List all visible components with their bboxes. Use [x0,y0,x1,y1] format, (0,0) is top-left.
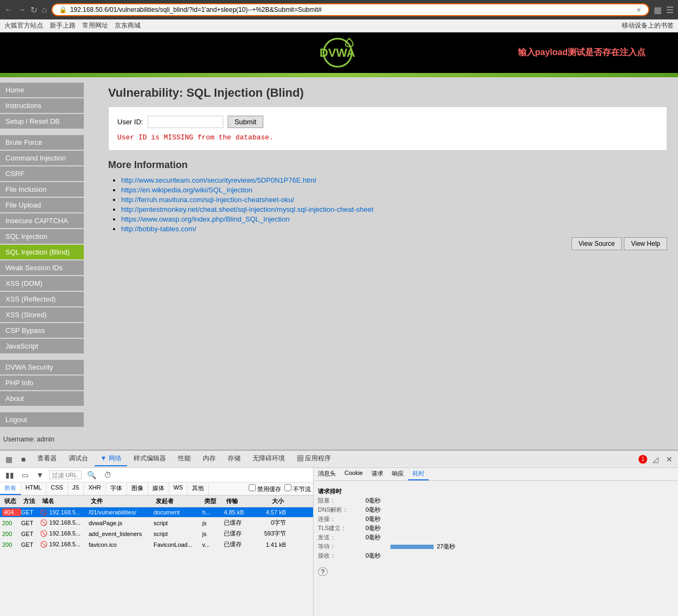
bookmark-jd[interactable]: 京东商城 [115,21,141,30]
net-tab-other[interactable]: 其他 [188,483,209,495]
table-row[interactable]: 200 GET 🚫 192.168.5... dvwaPage.js scrip… [0,518,313,528]
net-tab-font[interactable]: 字体 [106,483,127,495]
sidebar-item-javascript[interactable]: JavaScript [0,339,84,353]
page-title: Vulnerability: SQL Injection (Blind) [108,86,667,100]
devtools-console-icon[interactable]: ■ [19,454,28,465]
sidebar-item-file-upload[interactable]: File Upload [0,198,84,212]
info-link-2[interactable]: https://en.wikipedia.org/wiki/SQL_inject… [121,186,252,194]
devtools-tab-style[interactable]: 样式编辑器 [128,452,171,466]
net-tab-all[interactable]: 所有 [0,483,21,495]
clock-icon[interactable]: ⏱ [102,470,114,480]
devtools-close-icon[interactable]: ✕ [664,454,675,465]
devtools-tab-network[interactable]: ▼ 网络 [95,452,127,466]
sidebar-item-brute-force[interactable]: Brute Force [0,135,84,150]
sidebar-item-xss-dom[interactable]: XSS (DOM) [0,276,84,291]
sidebar-item-sql-injection[interactable]: SQL Injection [0,229,84,244]
info-link-1[interactable]: http://www.securiteam.com/securityreview… [121,176,316,184]
table-row[interactable]: 200 GET 🚫 192.168.5... add_event_listene… [0,528,313,539]
sidebar-item-instructions[interactable]: Instructions [0,98,84,113]
sidebar-item-home[interactable]: Home [0,83,84,97]
address-bar[interactable]: 🔒 192.168.50.6/01/vulnerabilities/sqli_b… [51,3,649,16]
sidebar-item-xss-stored[interactable]: XSS (Stored) [0,307,84,322]
sidebar-item-weak-session-ids[interactable]: Weak Session IDs [0,260,84,275]
timing-wait-label: 等待： [318,543,361,551]
net-tab-js[interactable]: JS [68,483,84,495]
bookmark-firefox[interactable]: 火狐官方站点 [4,21,43,30]
devtools-dock-icon[interactable]: ◿ [650,454,661,465]
status-badge: 404 [2,508,21,516]
devtools-tab-console[interactable]: 调试台 [63,452,94,466]
info-link-5[interactable]: https://www.owasp.org/index.php/Blind_SQ… [121,215,289,223]
view-source-button[interactable]: View Source [571,237,622,250]
table-row[interactable]: 404 GET 🚫 192.168.5... /01/vulnerabiliti… [0,507,313,518]
bookmark-newbie[interactable]: 新手上路 [50,21,76,30]
filter-icon[interactable]: ▼ [34,470,46,480]
clear-icon[interactable]: ▭ [19,470,31,480]
status-badge: 200 [2,520,21,526]
bookmark-icon[interactable]: ★ [636,6,642,14]
sidebar-item-logout[interactable]: Logout [0,412,84,427]
row-file: /01/vulnerabilities/ [89,509,154,515]
search-icon[interactable]: 🔍 [85,470,98,480]
detail-tab-timing[interactable]: 耗时 [408,468,429,480]
detail-tab-response[interactable]: 响应 [388,468,408,480]
disable-cache-checkbox[interactable] [249,484,256,491]
sidebar-item-php-info[interactable]: PHP Info [0,376,84,390]
net-tab-html[interactable]: HTML [21,483,46,495]
devtools-tab-accessibility[interactable]: 无障碍环境 [247,452,290,466]
net-tab-xhr[interactable]: XHR [84,483,105,495]
row-file: dvwaPage.js [89,520,154,526]
timing-tls-label: TLS建立： [318,524,361,532]
timing-blocked-label: 阻塞： [318,497,361,505]
info-link-3[interactable]: http://ferruh.mavituna.com/sql-injection… [121,196,294,204]
url-filter-input[interactable] [49,471,82,479]
sidebar-item-csp-bypass[interactable]: CSP Bypass [0,323,84,338]
net-tab-ws[interactable]: WS [169,483,188,495]
sidebar-item-command-injection[interactable]: Command Injection [0,151,84,165]
view-help-button[interactable]: View Help [624,237,667,250]
sidebar-item-sql-injection-blind[interactable]: SQL Injection (Blind) [0,245,84,259]
sidebar-item-xss-reflected[interactable]: XSS (Reflected) [0,292,84,306]
menu-icon[interactable]: ☰ [666,5,674,15]
net-tab-css[interactable]: CSS [46,483,68,495]
net-tab-image[interactable]: 图像 [127,483,148,495]
sidebar-item-csrf[interactable]: CSRF [0,166,84,181]
info-link-6[interactable]: http://bobby-tables.com/ [121,225,196,233]
user-id-label: User ID: [117,118,143,126]
no-throttle-checkbox[interactable] [284,484,291,491]
bookmark-common[interactable]: 常用网址 [82,21,108,30]
user-id-input[interactable] [148,116,223,128]
info-link-4[interactable]: http://pentestmonkey.net/cheat.sheet/sql… [121,205,374,213]
status-badge: 200 [2,541,21,548]
detail-tab-headers[interactable]: 消息头 [314,468,340,480]
detail-tab-cookies[interactable]: Cookie [340,468,367,480]
sidebar-item-insecure-captcha[interactable]: Insecure CAPTCHA [0,213,84,228]
refresh-button[interactable]: ↻ [30,5,37,15]
home-button[interactable]: ⌂ [42,5,47,15]
extensions-icon[interactable]: ▦ [654,5,662,15]
mobile-bookmark[interactable]: 移动设备上的书签 [622,21,674,30]
sidebar-item-about[interactable]: About [0,391,84,406]
devtools-tab-performance[interactable]: 性能 [172,452,196,466]
detail-tab-request[interactable]: 请求 [367,468,388,480]
more-info-title: More Information [108,159,667,171]
net-tab-media[interactable]: 媒体 [148,483,169,495]
devtools-tab-memory[interactable]: 内存 [197,452,221,466]
back-button[interactable]: ← [4,5,13,15]
table-row[interactable]: 200 GET 🚫 192.168.5... favicon.ico Favic… [0,539,313,550]
row-method: GET [21,509,40,515]
sidebar-item-file-inclusion[interactable]: File Inclusion [0,182,84,197]
help-icon[interactable]: ? [318,567,328,576]
timing-dns: DNS解析： 0毫秒 [318,506,674,514]
devtools-inspect-icon[interactable]: ▦ [3,454,15,465]
forward-button[interactable]: → [17,5,26,15]
submit-button[interactable]: Submit [228,116,263,128]
timing-wait-row: 等待： 27毫秒 [318,543,674,551]
sidebar-item-dvwa-security[interactable]: DVWA Security [0,360,84,374]
sidebar-item-setup[interactable]: Setup / Reset DB [0,114,84,129]
url-input[interactable]: 192.168.50.6/01/vulnerabilities/sqli_bli… [70,6,633,14]
pause-icon[interactable]: ▮▮ [3,470,16,480]
devtools-tab-storage[interactable]: 存储 [222,452,246,466]
devtools-tab-app[interactable]: ▦ 应用程序 [291,452,336,466]
devtools-tab-inspector[interactable]: 查看器 [32,452,62,466]
